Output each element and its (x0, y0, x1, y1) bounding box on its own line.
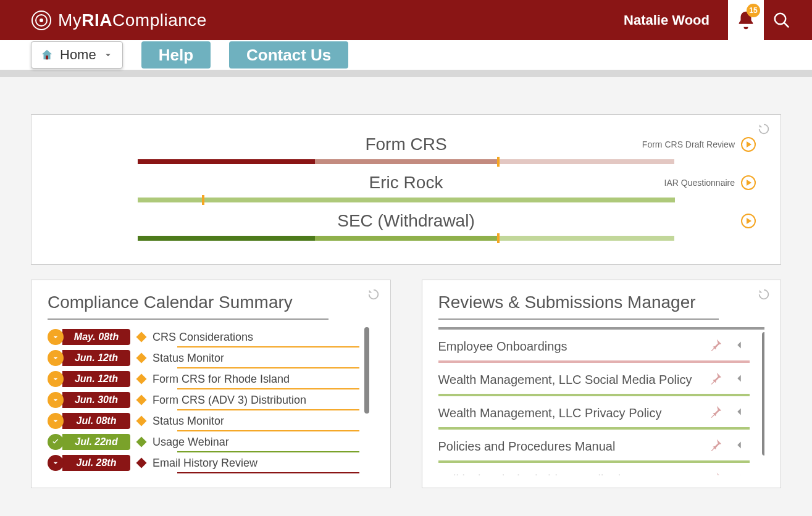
chevron-left-icon[interactable] (732, 472, 746, 475)
refresh-icon (757, 122, 771, 136)
pin-icon[interactable] (709, 372, 722, 388)
review-title: Wealth Management, LLC Privacy Policy (438, 406, 709, 420)
calendar-item-title: Email History Review (153, 457, 257, 470)
review-actions (709, 472, 746, 475)
chevron-left-icon[interactable] (732, 338, 746, 354)
progress-row: Eric RockIAR Questionnaire (56, 169, 756, 202)
logo-prefix: My (58, 10, 82, 30)
logo-icon (31, 10, 52, 31)
calendar-item-title: Status Monitor (153, 415, 224, 428)
svg-point-2 (40, 19, 43, 22)
help-button[interactable]: Help (141, 41, 211, 69)
review-row[interactable]: Employee Onboardings (438, 330, 765, 363)
progress-bar (138, 159, 675, 164)
calendar-item-title: Status Monitor (153, 352, 224, 365)
review-actions (709, 438, 746, 454)
calendar-date: Jul. 28th (62, 455, 130, 471)
calendar-date: Jun. 12th (62, 350, 130, 366)
chevron-left-icon[interactable] (732, 372, 746, 388)
refresh-icon (367, 288, 380, 301)
alert-icon (48, 455, 64, 471)
calendar-refresh-button[interactable] (367, 288, 380, 304)
reviews-title: Reviews & Submissions Manager (438, 293, 719, 320)
diamond-icon (136, 374, 147, 385)
review-title: Political and Charitable Contributions (438, 473, 709, 476)
progress-action[interactable]: Form CRS Draft Review (642, 137, 756, 152)
reviews-panel: Reviews & Submissions Manager Employee O… (422, 280, 782, 488)
notifications-badge: 15 (747, 4, 760, 17)
calendar-item-title: CRS Considerations (153, 331, 253, 344)
calendar-date: May. 08th (62, 329, 130, 345)
calendar-date: Jul. 08th (62, 413, 130, 429)
pending-icon (48, 350, 64, 366)
check-icon (48, 434, 64, 450)
calendar-row[interactable]: Jun. 30thForm CRS (ADV 3) Distribution (48, 390, 374, 410)
review-title: Policies and Procedures Manual (438, 439, 709, 454)
review-actions (709, 372, 746, 388)
review-row[interactable]: Wealth Management, LLC Privacy Policy (438, 396, 765, 430)
calendar-row[interactable]: Jul. 22ndUsage Webinar (48, 432, 374, 452)
scrollbar[interactable] (364, 327, 369, 414)
calendar-item-title: Form CRS for Rhode Island (153, 373, 290, 386)
home-dropdown[interactable]: Home (31, 41, 123, 69)
progress-action[interactable] (741, 214, 756, 228)
calendar-item-title: Usage Webinar (153, 436, 229, 449)
pending-icon (48, 371, 64, 387)
svg-line-4 (784, 22, 789, 27)
diamond-icon (136, 353, 147, 364)
progress-bar (138, 236, 675, 241)
logo[interactable]: MyRIACompliance (31, 10, 207, 31)
pin-icon[interactable] (709, 338, 722, 354)
notifications-button[interactable]: 15 (728, 0, 764, 40)
contact-button[interactable]: Contact Us (229, 41, 348, 69)
calendar-row[interactable]: Jul. 08thStatus Monitor (48, 411, 374, 431)
play-icon[interactable] (741, 214, 756, 228)
diamond-icon (136, 332, 147, 343)
progress-title: Eric Rock (369, 173, 443, 193)
progress-title: SEC (Withdrawal) (337, 211, 474, 231)
reviews-refresh-button[interactable] (757, 288, 771, 304)
topbar: MyRIACompliance Natalie Wood 15 (0, 0, 812, 40)
user-name[interactable]: Natalie Wood (624, 12, 728, 28)
pin-icon[interactable] (709, 472, 722, 475)
lower-panels: Compliance Calendar Summary May. 08thCRS… (31, 280, 781, 488)
progress-side-label: IAR Questionnaire (664, 178, 735, 188)
chevron-left-icon[interactable] (732, 438, 746, 454)
progress-marker (497, 157, 500, 167)
scrollbar[interactable] (762, 332, 764, 456)
play-icon[interactable] (741, 137, 756, 152)
reviews-list: Employee OnboardingsWealth Management, L… (438, 327, 765, 475)
progress-action[interactable]: IAR Questionnaire (664, 175, 756, 190)
nav-row: Home Help Contact Us (0, 40, 812, 77)
review-actions (709, 338, 746, 354)
svg-rect-5 (46, 56, 48, 59)
calendar-date: Jun. 12th (62, 371, 130, 387)
chevron-left-icon[interactable] (732, 405, 746, 421)
review-title: Wealth Management, LLC Social Media Poli… (438, 373, 709, 387)
review-row[interactable]: Wealth Management, LLC Social Media Poli… (438, 363, 765, 396)
calendar-row[interactable]: Jul. 28thEmail History Review (48, 453, 374, 473)
calendar-row[interactable]: Jun. 12thStatus Monitor (48, 348, 374, 368)
refresh-icon (757, 288, 771, 301)
calendar-date: Jul. 22nd (62, 434, 130, 450)
pin-icon[interactable] (709, 405, 722, 421)
progress-marker (202, 195, 204, 205)
diamond-icon (136, 458, 147, 468)
calendar-row[interactable]: Jun. 12thForm CRS for Rhode Island (48, 369, 374, 389)
review-row[interactable]: Political and Charitable Contributions (438, 463, 765, 475)
refresh-button[interactable] (757, 122, 771, 138)
play-icon[interactable] (741, 175, 756, 190)
progress-title: Form CRS (365, 135, 446, 154)
diamond-icon (136, 395, 147, 406)
pending-icon (48, 329, 64, 345)
pending-icon (48, 392, 64, 408)
calendar-row[interactable]: Aug. 03rdBest Execution Review (48, 474, 374, 475)
pin-icon[interactable] (709, 438, 722, 454)
calendar-row[interactable]: May. 08thCRS Considerations (48, 327, 374, 347)
progress-marker (497, 233, 500, 243)
search-button[interactable] (764, 0, 800, 40)
topbar-right: Natalie Wood 15 (624, 0, 812, 40)
review-row[interactable]: Policies and Procedures Manual (438, 430, 765, 463)
review-actions (709, 405, 746, 421)
logo-bold: RIA (82, 10, 112, 30)
